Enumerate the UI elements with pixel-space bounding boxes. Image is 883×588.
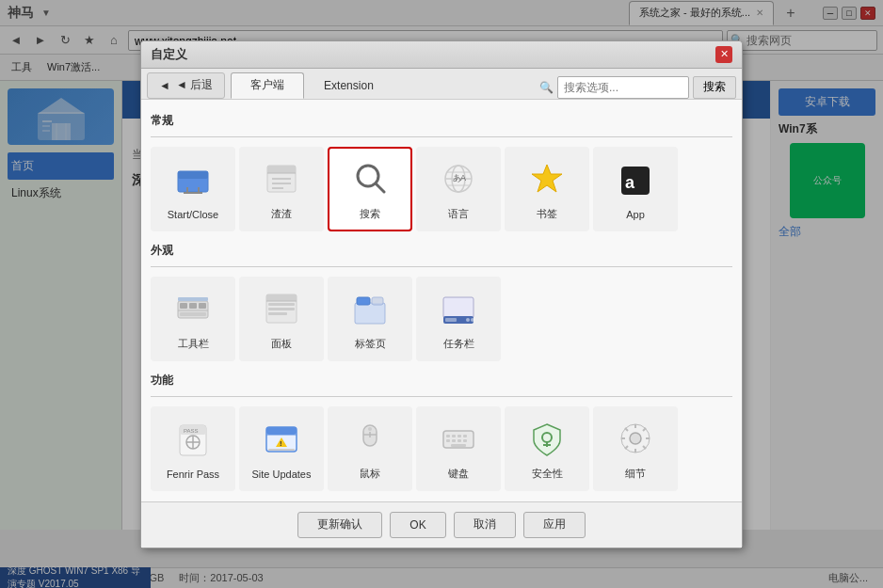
svg-point-68 [368,427,372,431]
modal-back-btn[interactable]: ◄ ◄ 后退 [147,72,225,99]
svg-rect-34 [199,303,206,309]
modal-footer: 更新确认 OK 取消 应用 [141,501,742,548]
icon-item-filter[interactable]: 渣渣 [239,147,324,231]
svg-text:a: a [625,173,635,192]
taskbar-label: 任务栏 [443,337,474,351]
toolbar-icon [170,286,216,331]
icon-item-bookmarks[interactable]: 书签 [505,147,589,231]
icon-item-site-updates[interactable]: ! Site Updates [239,406,324,491]
general-icon-grid: Start/Close [151,147,732,231]
keyboard-icon [436,416,481,461]
icon-item-search[interactable]: 搜索 [328,147,412,231]
svg-text:A: A [460,173,466,183]
modal-search-icon: 🔍 [539,81,554,94]
icon-item-panel[interactable]: 面板 [239,277,324,361]
mouse-label: 鼠标 [360,467,380,481]
modal-search-input[interactable] [557,76,689,99]
svg-rect-76 [451,444,466,447]
start-close-icon [170,158,216,203]
modal-title: 自定义 [151,46,708,63]
icon-item-tabs[interactable]: 标签页 [328,277,412,361]
tabs-label: 标签页 [355,337,386,351]
svg-rect-64 [268,449,295,451]
app-label: App [626,209,645,220]
svg-point-52 [471,318,474,322]
section-label-appearance: 外观 [151,243,732,259]
filter-icon [259,156,304,201]
tab-extension[interactable]: Extension [304,72,393,99]
app-icon: a [613,158,658,203]
icon-item-fenrir-pass[interactable]: PASS Fenrir Pass [151,406,235,491]
search-label: 搜索 [360,207,380,221]
appearance-icon-grid: 工具栏 [151,277,732,361]
svg-rect-39 [266,294,297,301]
bookmarks-label: 书签 [537,207,557,221]
svg-rect-74 [446,439,450,442]
security-label: 安全性 [532,467,563,481]
panel-icon [259,286,304,331]
svg-rect-36 [180,312,206,316]
customize-dialog: 自定义 ✕ ◄ ◄ 后退 客户端 Extension 🔍 搜索 [140,40,743,548]
icon-item-keyboard[interactable]: 键盘 [416,406,501,491]
back-arrow-icon: ◄ [159,79,170,92]
section-label-general: 常规 [151,113,732,129]
svg-rect-71 [452,435,456,437]
svg-rect-72 [458,435,461,437]
icon-item-security[interactable]: 安全性 [505,406,589,491]
svg-rect-60 [266,427,297,435]
icon-item-mouse[interactable]: 鼠标 [328,406,412,491]
security-icon [524,416,570,461]
start-close-label: Start/Close [168,209,218,220]
svg-rect-32 [180,303,187,309]
svg-rect-78 [463,439,467,442]
tab-client[interactable]: 客户端 [231,72,304,99]
fenrir-pass-icon: PASS [170,418,216,463]
update-confirm-btn[interactable]: 更新确认 [297,512,382,538]
separator-3 [151,396,732,397]
svg-text:!: ! [280,439,282,448]
icon-item-start-close[interactable]: Start/Close [151,147,235,231]
toolbar-label: 工具栏 [178,337,209,351]
filter-label: 渣渣 [271,207,292,221]
cancel-btn[interactable]: 取消 [454,512,516,538]
modal-search-row: 🔍 搜索 [539,76,736,99]
icon-item-taskbar[interactable]: 任务栏 [416,277,501,361]
svg-rect-47 [355,303,385,324]
language-icon: あ A [436,156,481,201]
icon-item-language[interactable]: あ A 语言 [416,147,501,231]
svg-rect-50 [445,318,457,322]
svg-rect-42 [268,308,295,310]
fenrir-pass-label: Fenrir Pass [167,469,219,480]
modal-close-btn[interactable]: ✕ [715,46,732,63]
apply-btn[interactable]: 应用 [523,512,586,538]
modal-content: 常规 Star [141,100,742,501]
site-updates-label: Site Updates [252,469,312,480]
modal-search-btn[interactable]: 搜索 [693,76,736,99]
svg-marker-28 [532,165,562,192]
modal-title-bar: 自定义 ✕ [141,41,742,69]
tabs-icon [347,286,393,331]
svg-rect-41 [268,303,295,306]
svg-rect-37 [178,297,208,301]
ok-btn[interactable]: OK [390,512,445,538]
svg-rect-75 [452,439,456,442]
modal-tabs: ◄ ◄ 后退 客户端 Extension 🔍 搜索 [141,69,742,100]
mouse-icon [347,416,393,461]
svg-rect-14 [267,166,296,173]
svg-rect-43 [268,312,287,315]
svg-rect-48 [443,297,474,318]
icon-item-toolbar[interactable]: 工具栏 [151,277,235,361]
svg-rect-9 [178,171,208,179]
icon-item-detail[interactable]: 细节 [593,406,678,491]
icon-item-app[interactable]: a App [593,147,678,231]
svg-text:PASS: PASS [184,428,199,434]
svg-rect-77 [458,439,461,442]
svg-line-20 [376,183,384,192]
function-icon-grid: PASS Fenrir Pass [151,406,732,491]
svg-rect-73 [463,435,467,437]
keyboard-label: 键盘 [448,467,469,481]
taskbar-icon [436,286,481,331]
modal-overlay: 自定义 ✕ ◄ ◄ 后退 客户端 Extension 🔍 搜索 [0,0,883,588]
svg-rect-33 [189,303,197,309]
language-label: 语言 [448,207,469,221]
